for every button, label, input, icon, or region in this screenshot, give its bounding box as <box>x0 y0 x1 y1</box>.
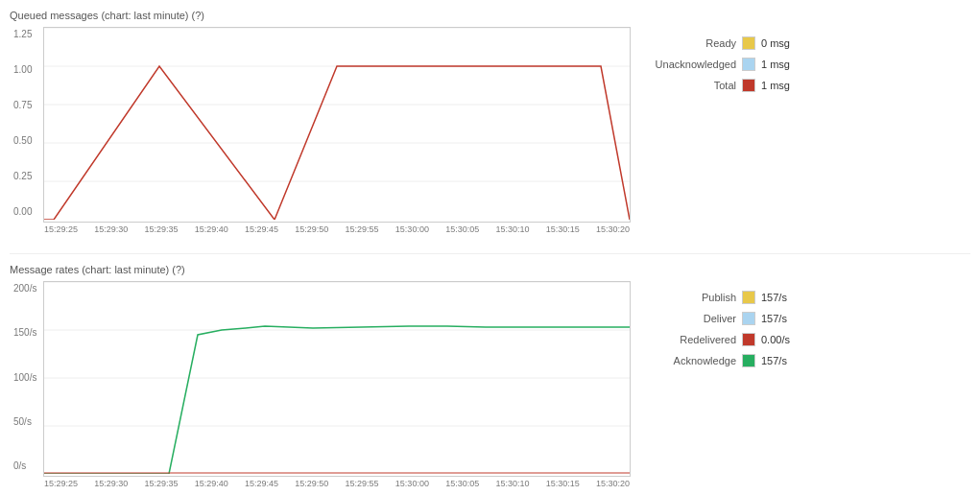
legend-value-unacknowledged: 1 msg <box>761 59 809 70</box>
y-label: 100/s <box>13 372 39 383</box>
legend-value-acknowledge: 157/s <box>761 355 809 366</box>
queued-y-axis: 0.00 0.25 0.50 0.75 1.00 1.25 <box>10 27 43 219</box>
legend-color-publish <box>742 291 755 304</box>
legend-color-acknowledge <box>742 354 755 367</box>
y-label: 1.00 <box>13 64 39 75</box>
queued-chart-inner: 0.00 0.25 0.50 0.75 1.00 1.25 <box>10 27 631 223</box>
queued-messages-title: Queued messages (chart: last minute) (?) <box>10 10 970 21</box>
legend-color-total <box>742 79 755 92</box>
legend-value-redelivered: 0.00/s <box>761 334 809 345</box>
legend-label-publish: Publish <box>650 292 736 303</box>
queued-legend: Ready 0 msg Unacknowledged 1 msg Total 1… <box>650 27 809 92</box>
queued-chart-area <box>43 27 631 223</box>
legend-item-ready: Ready 0 msg <box>650 36 809 50</box>
legend-color-deliver <box>742 312 755 325</box>
rates-chart-svg <box>44 282 630 474</box>
legend-label-deliver: Deliver <box>650 313 736 324</box>
rates-x-axis: 15:29:25 15:29:30 15:29:35 15:29:40 15:2… <box>44 477 630 488</box>
legend-item-total: Total 1 msg <box>650 79 809 92</box>
rates-chart-area <box>43 281 631 477</box>
rates-y-axis: 0/s 50/s 100/s 150/s 200/s <box>10 281 43 473</box>
legend-value-publish: 157/s <box>761 292 809 303</box>
legend-item-publish: Publish 157/s <box>650 291 809 304</box>
queued-x-axis: 15:29:25 15:29:30 15:29:35 15:29:40 15:2… <box>44 223 630 234</box>
rates-chart-container: 0/s 50/s 100/s 150/s 200/s <box>10 281 970 488</box>
legend-label-unacknowledged: Unacknowledged <box>650 59 736 70</box>
queued-chart-container: 0.00 0.25 0.50 0.75 1.00 1.25 <box>10 27 970 234</box>
legend-label-redelivered: Redelivered <box>650 334 736 345</box>
legend-item-deliver: Deliver 157/s <box>650 312 809 325</box>
message-rates-section: Message rates (chart: last minute) (?) 0… <box>10 264 970 488</box>
legend-item-redelivered: Redelivered 0.00/s <box>650 333 809 346</box>
y-label: 0.75 <box>13 100 39 110</box>
y-label: 0.25 <box>13 171 39 181</box>
queued-chart-wrapper: 0.00 0.25 0.50 0.75 1.00 1.25 <box>10 27 631 234</box>
legend-color-ready <box>742 36 755 50</box>
rates-chart-inner: 0/s 50/s 100/s 150/s 200/s <box>10 281 631 477</box>
rates-legend: Publish 157/s Deliver 157/s Redelivered … <box>650 281 809 367</box>
legend-value-deliver: 157/s <box>761 313 809 324</box>
queued-messages-section: Queued messages (chart: last minute) (?)… <box>10 10 970 234</box>
legend-label-total: Total <box>650 80 736 91</box>
legend-value-total: 1 msg <box>761 80 809 91</box>
queued-chart-svg <box>44 28 630 220</box>
y-label: 1.25 <box>13 29 39 39</box>
acknowledge-line <box>44 326 630 474</box>
message-rates-title: Message rates (chart: last minute) (?) <box>10 264 970 275</box>
y-label: 150/s <box>13 327 39 338</box>
legend-label-ready: Ready <box>650 37 736 49</box>
legend-value-ready: 0 msg <box>761 37 809 49</box>
legend-label-acknowledge: Acknowledge <box>650 355 736 366</box>
legend-item-unacknowledged: Unacknowledged 1 msg <box>650 58 809 71</box>
legend-color-redelivered <box>742 333 755 346</box>
y-label: 0.50 <box>13 135 39 146</box>
y-label: 0.00 <box>13 206 39 217</box>
legend-color-unacknowledged <box>742 58 755 71</box>
section-divider <box>10 253 970 254</box>
legend-item-acknowledge: Acknowledge 157/s <box>650 354 809 367</box>
y-label: 200/s <box>13 283 39 294</box>
y-label: 0/s <box>13 460 39 471</box>
y-label: 50/s <box>13 416 39 427</box>
rates-chart-wrapper: 0/s 50/s 100/s 150/s 200/s <box>10 281 631 488</box>
